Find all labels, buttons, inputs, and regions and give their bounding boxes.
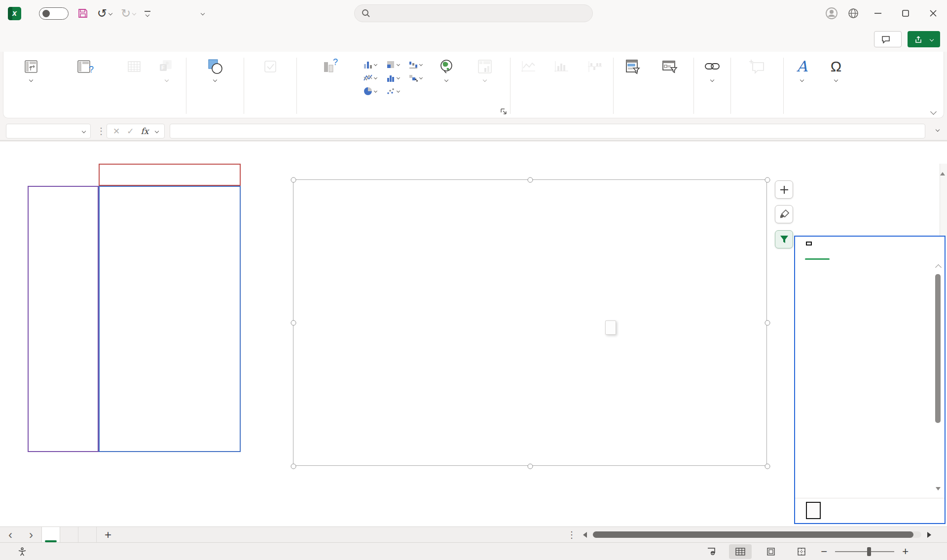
search-input[interactable] [375, 9, 573, 18]
prev-sheet-button[interactable]: ‹ [0, 527, 21, 542]
chart-elements-button[interactable] [775, 180, 793, 199]
chart-resize-handle[interactable] [291, 464, 296, 469]
pivotchart-button[interactable] [464, 56, 506, 81]
display-settings-button[interactable] [707, 548, 721, 556]
expand-formula-bar-icon[interactable] [936, 128, 940, 132]
tab-values[interactable] [806, 242, 812, 245]
scroll-right-icon[interactable] [927, 532, 931, 538]
normal-view-button[interactable] [729, 544, 752, 559]
pivottable-button[interactable] [10, 56, 52, 81]
sheet-tab-monthly-sales-data[interactable] [41, 527, 60, 542]
sparkline-winloss-button[interactable] [581, 56, 609, 77]
enter-icon[interactable]: ✓ [127, 126, 134, 137]
chart-filters-button[interactable] [775, 230, 793, 248]
filter-pane-tabs [795, 237, 945, 245]
recommended-charts-button[interactable]: ? [301, 56, 359, 77]
combo-chart-button[interactable] [406, 71, 429, 84]
line-chart-button[interactable] [361, 71, 384, 84]
chart-resize-handle[interactable] [765, 177, 770, 183]
filter-scrollbar-thumb[interactable] [935, 274, 941, 423]
comment-button[interactable] [735, 56, 779, 77]
page-layout-view-button[interactable] [760, 544, 782, 559]
redo-button[interactable]: ↻ [121, 7, 136, 19]
checkbox-icon [263, 58, 278, 75]
cancel-icon[interactable]: ✕ [113, 126, 120, 137]
page-break-view-button[interactable] [790, 544, 813, 559]
scroll-left-icon[interactable] [583, 532, 587, 538]
link-button[interactable] [698, 56, 727, 81]
statistic-chart-button[interactable] [384, 71, 406, 84]
symbols-button[interactable]: Ω [818, 56, 854, 81]
sheet-tab-expense-breakdown[interactable] [60, 527, 78, 542]
text-button[interactable]: A [788, 56, 816, 81]
customize-quick-access-button[interactable] [145, 11, 150, 16]
undo-button[interactable]: ↺ [97, 7, 112, 19]
name-box[interactable] [6, 124, 91, 139]
slicer-button[interactable] [618, 56, 648, 77]
chart-resize-handle[interactable] [291, 320, 296, 326]
table-button[interactable] [119, 56, 149, 77]
timeline-button[interactable] [650, 56, 690, 77]
zoom-slider[interactable] [835, 551, 894, 552]
save-button[interactable] [77, 8, 88, 19]
accessibility-checker[interactable] [18, 547, 31, 556]
autosave-toggle[interactable] [39, 7, 69, 20]
column-chart-button[interactable] [361, 58, 384, 71]
share-button[interactable] [908, 31, 940, 47]
forms-button[interactable]: F [151, 56, 182, 81]
page-layout-icon [766, 548, 775, 556]
maximize-button[interactable] [892, 0, 919, 27]
sheet-tab-sales-by-region[interactable] [78, 527, 97, 542]
insert-function-icon[interactable]: fx [141, 126, 149, 136]
scroll-up-icon[interactable] [935, 264, 942, 271]
waterfall-chart-button[interactable] [406, 58, 429, 71]
chart-resize-handle[interactable] [765, 320, 770, 326]
account-avatar-icon[interactable] [821, 0, 842, 27]
comments-button[interactable] [874, 31, 902, 47]
scatter-chart-button[interactable] [384, 84, 406, 98]
undo-icon: ↺ [97, 7, 107, 19]
horizontal-scrollbar[interactable] [593, 531, 921, 538]
sheet-options-icon[interactable]: ⋮ [567, 527, 576, 543]
maps-button[interactable] [431, 56, 462, 81]
hierarchy-chart-button[interactable] [384, 58, 406, 71]
zoom-slider-thumb[interactable] [867, 547, 871, 556]
formula-input[interactable] [170, 124, 925, 138]
scatter-chart-icon [386, 86, 396, 96]
search-box[interactable] [354, 4, 593, 22]
pie-chart-button[interactable] [361, 84, 384, 98]
sparkline-line-button[interactable] [514, 56, 542, 77]
recommended-pivottables-button[interactable]: ? [54, 56, 117, 77]
charts-dialog-launcher[interactable] [500, 108, 508, 116]
categories-range-highlight [28, 186, 99, 452]
horizontal-scrollbar-thumb[interactable] [593, 531, 913, 538]
next-sheet-button[interactable]: › [21, 527, 41, 542]
collapse-ribbon-icon[interactable] [930, 108, 937, 115]
checkbox-button[interactable] [248, 56, 292, 77]
chart-object[interactable] [293, 179, 767, 466]
tab-names[interactable] [825, 242, 829, 245]
zoom-out-button[interactable]: − [821, 546, 827, 557]
globe-icon[interactable] [842, 0, 864, 27]
new-sheet-button[interactable]: + [97, 527, 119, 542]
customize-toolbar-icon [145, 11, 150, 16]
chart-styles-button[interactable] [775, 205, 793, 223]
close-button[interactable] [919, 0, 947, 27]
excel-logo-icon: x [8, 7, 21, 20]
svg-text:?: ? [89, 65, 94, 74]
chart-resize-handle[interactable] [528, 177, 533, 183]
minimize-button[interactable] [864, 0, 892, 27]
sparkline-column-button[interactable] [544, 56, 579, 77]
zoom-in-button[interactable]: + [902, 546, 909, 557]
name-box-drag-handle[interactable]: ⋮ [97, 124, 106, 139]
illustrations-button[interactable] [190, 56, 240, 81]
ribbon-group-sparklines [510, 55, 613, 118]
chart-resize-handle[interactable] [291, 177, 296, 183]
chart-resize-handle[interactable] [528, 464, 533, 469]
document-title[interactable] [196, 0, 204, 27]
scroll-up-icon[interactable] [940, 164, 945, 175]
apply-button[interactable] [806, 502, 821, 519]
vertical-scrollbar[interactable] [940, 164, 947, 237]
scroll-down-icon[interactable] [936, 487, 941, 490]
chart-resize-handle[interactable] [765, 464, 770, 469]
